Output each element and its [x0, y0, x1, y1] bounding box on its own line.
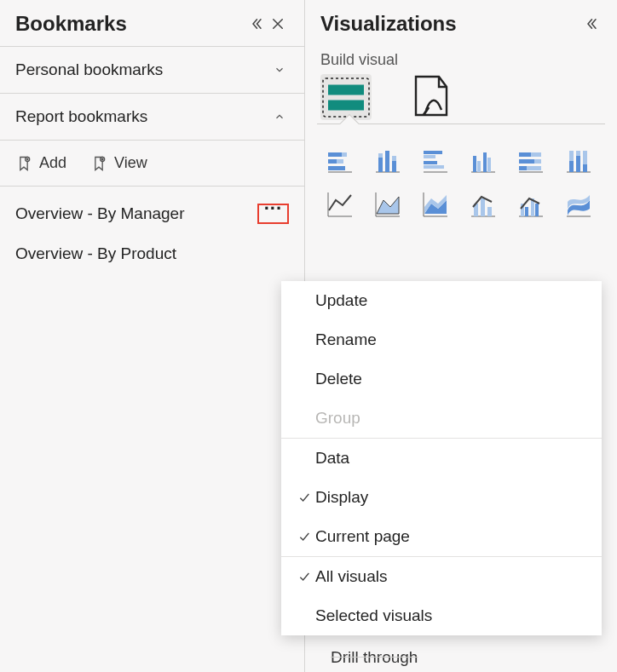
bookmark-view-icon — [90, 155, 107, 172]
svg-rect-3 — [323, 78, 369, 117]
ctx-update[interactable]: Update — [281, 281, 602, 320]
ctx-group: Group — [281, 399, 602, 438]
bookmarks-pane: Bookmarks Personal bookmarks Report book… — [0, 0, 305, 672]
ctx-label: Update — [315, 291, 367, 310]
check-icon — [293, 491, 315, 504]
ctx-delete[interactable]: Delete — [281, 359, 602, 399]
personal-bookmarks-label: Personal bookmarks — [15, 60, 270, 79]
collapse-icon[interactable] — [245, 13, 267, 35]
ctx-data[interactable]: Data — [281, 439, 602, 478]
drill-through-label: Drill through — [331, 648, 418, 667]
line-stacked-column-button[interactable] — [464, 185, 503, 224]
area-chart-button[interactable] — [368, 185, 407, 224]
svg-rect-31 — [569, 161, 574, 172]
svg-rect-40 — [525, 207, 528, 216]
svg-rect-23 — [487, 158, 491, 172]
svg-rect-19 — [424, 165, 444, 169]
stacked-area-chart-button[interactable] — [416, 185, 455, 224]
svg-rect-9 — [337, 159, 343, 164]
check-icon — [293, 570, 315, 583]
visualizations-title: Visualizations — [320, 12, 580, 36]
bookmark-item-label: Overview - By Manager — [15, 204, 256, 223]
report-bookmarks-label: Report bookmarks — [15, 107, 270, 126]
clustered-bar-chart-button[interactable] — [416, 141, 455, 180]
ctx-label: Group — [315, 409, 360, 428]
bookmark-item-label: Overview - By Product — [15, 244, 289, 263]
svg-rect-16 — [424, 151, 442, 154]
svg-rect-25 — [519, 152, 531, 157]
line-chart-button[interactable] — [320, 185, 360, 224]
close-icon[interactable] — [267, 13, 289, 35]
report-bookmarks-header[interactable]: Report bookmarks — [0, 93, 304, 140]
add-label: Add — [39, 154, 66, 172]
bookmark-item[interactable]: Overview - By Product — [0, 234, 304, 273]
chevron-down-icon — [270, 60, 289, 79]
svg-rect-12 — [378, 153, 383, 158]
ctx-label: Selected visuals — [315, 606, 432, 625]
bookmark-more-button[interactable]: ··· — [257, 204, 289, 224]
ctx-label: Delete — [315, 370, 362, 388]
svg-rect-17 — [424, 155, 435, 158]
ctx-label: Current page — [315, 527, 410, 546]
svg-rect-37 — [481, 198, 485, 216]
svg-rect-8 — [328, 159, 337, 164]
svg-rect-42 — [535, 204, 539, 216]
stacked-bar-chart-button[interactable] — [320, 141, 360, 180]
svg-rect-22 — [483, 152, 487, 172]
svg-rect-20 — [473, 156, 476, 172]
ctx-label: Rename — [315, 330, 377, 349]
view-label: View — [114, 154, 147, 172]
clustered-column-chart-button[interactable] — [464, 141, 503, 180]
svg-rect-33 — [576, 156, 580, 172]
svg-rect-35 — [583, 164, 587, 172]
ctx-label: Data — [315, 449, 349, 468]
svg-rect-11 — [378, 158, 383, 172]
bookmarks-title: Bookmarks — [15, 12, 245, 36]
ctx-label: Display — [315, 488, 368, 507]
svg-rect-18 — [424, 161, 437, 164]
bookmark-item[interactable]: Overview - By Manager ··· — [0, 193, 304, 234]
build-visual-mode-button[interactable] — [320, 74, 372, 120]
svg-rect-5 — [328, 100, 364, 110]
svg-rect-10 — [328, 166, 345, 170]
svg-rect-4 — [328, 84, 364, 95]
svg-rect-7 — [342, 152, 347, 157]
ctx-selected-visuals[interactable]: Selected visuals — [281, 596, 602, 635]
build-visual-icon — [320, 76, 372, 119]
ctx-label: All visuals — [315, 567, 387, 586]
personal-bookmarks-header[interactable]: Personal bookmarks — [0, 46, 304, 93]
build-visual-label: Build visual — [305, 46, 617, 69]
ctx-current-page[interactable]: Current page — [281, 517, 602, 556]
ctx-rename[interactable]: Rename — [281, 320, 602, 359]
format-visual-mode-button[interactable] — [406, 74, 457, 120]
svg-point-2 — [101, 158, 103, 160]
ribbon-chart-button[interactable] — [559, 185, 598, 224]
hundred-percent-column-button[interactable] — [559, 141, 598, 180]
svg-rect-6 — [328, 152, 342, 157]
svg-rect-14 — [392, 161, 396, 172]
svg-rect-29 — [519, 166, 527, 170]
collapse-icon[interactable] — [580, 13, 602, 35]
bookmark-add-icon — [15, 155, 32, 172]
stacked-column-chart-button[interactable] — [368, 141, 407, 180]
ctx-display[interactable]: Display — [281, 478, 602, 517]
svg-rect-38 — [487, 207, 492, 216]
check-icon — [293, 530, 315, 543]
hundred-percent-bar-button[interactable] — [511, 141, 551, 180]
add-bookmark-button[interactable]: Add — [15, 154, 66, 172]
format-visual-icon — [406, 72, 457, 123]
chevron-up-icon — [270, 107, 289, 126]
line-clustered-column-button[interactable] — [511, 185, 551, 224]
bookmark-context-menu: Update Rename Delete Group Data Display … — [281, 281, 602, 635]
svg-rect-15 — [392, 156, 396, 161]
svg-rect-13 — [385, 151, 389, 172]
ctx-all-visuals[interactable]: All visuals — [281, 557, 602, 596]
view-bookmark-button[interactable]: View — [90, 154, 147, 172]
svg-rect-27 — [519, 159, 534, 164]
svg-rect-21 — [477, 161, 481, 172]
